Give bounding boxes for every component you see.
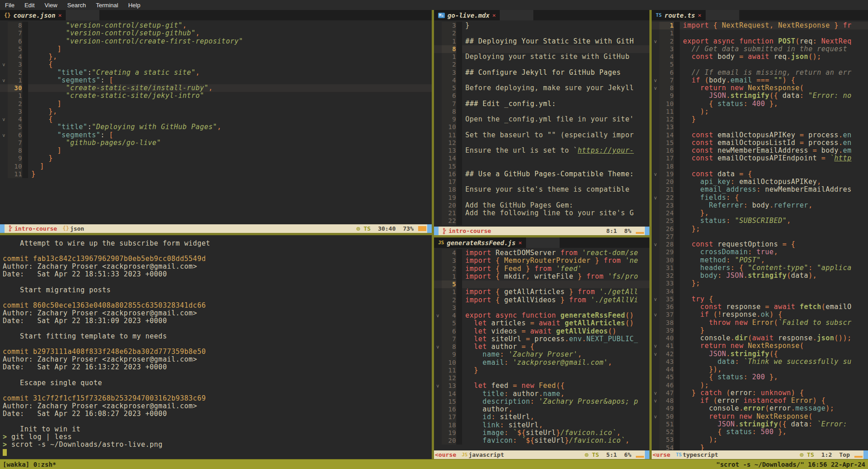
code-text: ); xyxy=(680,108,709,116)
code-area-route-ts[interactable]: 1import { NextRequest, NextResponse } fr… xyxy=(652,20,868,450)
fold-column xyxy=(0,29,8,37)
fold-open-icon[interactable]: v xyxy=(652,350,659,358)
fold-open-icon[interactable]: v xyxy=(652,77,659,84)
tab-go-live-mdx[interactable]: M↓ go-live.mdx × xyxy=(434,10,500,20)
line-number: 1 xyxy=(8,77,22,84)
code-line: 6 "version-control/create-first-reposito… xyxy=(0,38,432,45)
code-text xyxy=(462,45,465,53)
close-icon[interactable]: × xyxy=(58,12,62,19)
fold-open-icon[interactable]: v xyxy=(652,295,659,303)
fold-open-icon[interactable]: v xyxy=(434,312,442,319)
code-text: headers: { "Content-type": "applica xyxy=(680,264,852,272)
sign-column xyxy=(456,170,462,178)
terminal-line: commit 860c50ece1363e0408a802855c6350328… xyxy=(3,302,429,309)
menu-item-view[interactable]: View xyxy=(39,0,62,10)
code-text xyxy=(680,61,683,68)
sign-column xyxy=(456,147,462,155)
fold-column xyxy=(434,194,442,202)
fold-open-icon[interactable]: v xyxy=(652,38,659,45)
code-area-generate-rss-feed-js[interactable]: 4import ReactDOMServer from 'react-dom/s… xyxy=(434,248,649,450)
filetype-label: JS javascript xyxy=(462,451,504,458)
git-branch-label: intro-course xyxy=(439,227,497,234)
fold-open-icon[interactable]: v xyxy=(652,413,659,421)
sign-column xyxy=(456,390,462,398)
tab-route-ts[interactable]: TS route.ts × xyxy=(652,10,706,20)
line-number: 1 xyxy=(442,38,456,45)
close-icon[interactable]: × xyxy=(698,12,702,19)
line-number: 18 xyxy=(442,421,456,429)
menu-item-file[interactable]: File xyxy=(0,0,20,10)
fold-open-icon[interactable]: v xyxy=(434,382,442,390)
fold-open-icon[interactable]: v xyxy=(652,84,659,92)
sign-column xyxy=(22,170,28,178)
code-line: 19 xyxy=(434,194,649,202)
fold-open-icon[interactable]: v xyxy=(652,397,659,405)
fold-open-icon[interactable]: v xyxy=(434,343,442,351)
code-line: 11} xyxy=(0,170,432,178)
line-number: 4 xyxy=(659,53,674,61)
code-line: 10 { status: 400 }, xyxy=(652,100,868,108)
fold-open-icon[interactable]: v xyxy=(0,77,8,84)
statusline-accent-orange xyxy=(418,226,426,231)
tab-course-json[interactable]: {} course.json × xyxy=(0,10,66,20)
code-text: author, xyxy=(462,406,513,413)
line-number: 22 xyxy=(442,217,456,225)
menu-item-edit[interactable]: Edit xyxy=(20,0,39,10)
fold-column xyxy=(434,69,442,77)
menu-item-search[interactable]: Search xyxy=(62,0,91,10)
menu-item-help[interactable]: Help xyxy=(123,0,146,10)
line-number: 34 xyxy=(659,288,674,295)
line-number: 26 xyxy=(659,225,674,233)
line-number: 51 xyxy=(659,421,674,428)
line-number: 4 xyxy=(442,249,456,257)
close-icon[interactable]: × xyxy=(493,12,496,19)
line-number: 40 xyxy=(659,334,674,342)
code-line: 15 const emailOctopusListId = process.en xyxy=(652,139,868,147)
line-number: 10 xyxy=(442,359,456,367)
fold-open-icon[interactable]: v xyxy=(652,342,659,350)
code-text: export async function generateRssFeed() xyxy=(462,312,634,319)
fold-column xyxy=(434,249,442,257)
fold-open-icon[interactable]: v xyxy=(652,311,659,319)
fold-open-icon[interactable]: v xyxy=(652,170,659,178)
code-text xyxy=(462,155,465,162)
line-number: 13 xyxy=(442,382,456,390)
fold-column xyxy=(434,406,442,413)
close-icon[interactable]: × xyxy=(518,239,522,246)
menu-item-terminal[interactable]: Terminal xyxy=(91,0,123,10)
line-number: 9 xyxy=(442,351,456,358)
fold-open-icon[interactable]: v xyxy=(0,131,8,139)
sign-column xyxy=(674,53,680,61)
code-area-course-json[interactable]: 8 "version-control/setup-git",7 "version… xyxy=(0,20,432,224)
code-line: v4 { xyxy=(0,116,432,123)
fold-open-icon[interactable]: v xyxy=(652,194,659,202)
line-number: 21 xyxy=(442,209,456,217)
code-line: 46 ); xyxy=(652,382,868,389)
line-number: 52 xyxy=(659,428,674,436)
fold-column xyxy=(652,53,659,61)
fold-open-icon[interactable]: v xyxy=(0,116,8,123)
fold-open-icon[interactable]: v xyxy=(652,241,659,248)
pane-generate-rss-feed-js: JS generateRssFeed.js × 4import ReactDOM… xyxy=(434,237,649,459)
markdown-file-icon: M↓ xyxy=(438,13,445,18)
tab-generate-rss-feed-js[interactable]: JS generateRssFeed.js × xyxy=(434,237,526,248)
pane-terminal-gitlog[interactable]: Attempt to wire up the subscribe form wi… xyxy=(0,235,432,459)
fold-column xyxy=(652,319,659,327)
fold-open-icon[interactable]: v xyxy=(0,61,8,68)
line-number: 10 xyxy=(442,123,456,131)
code-text: status: "SUBSCRIBED", xyxy=(680,217,791,225)
fold-column xyxy=(434,155,442,162)
code-text xyxy=(462,163,465,170)
fold-open-icon[interactable]: v xyxy=(652,389,659,397)
code-area-go-live-mdx[interactable]: 3}21## Deploying Your Static Site with G… xyxy=(434,20,649,227)
line-number: 15 xyxy=(659,139,674,147)
code-text: const response = await fetch(emailO xyxy=(680,303,852,311)
code-line: 51 JSON.stringify({ data: `Error: xyxy=(652,421,868,428)
fold-column xyxy=(434,38,442,45)
sign-column xyxy=(456,367,462,374)
line-number: 31 xyxy=(659,264,674,272)
sign-column xyxy=(674,131,680,139)
line-number: 3 xyxy=(8,108,22,116)
code-text: }), xyxy=(680,366,722,373)
line-number: 8 xyxy=(8,147,22,155)
